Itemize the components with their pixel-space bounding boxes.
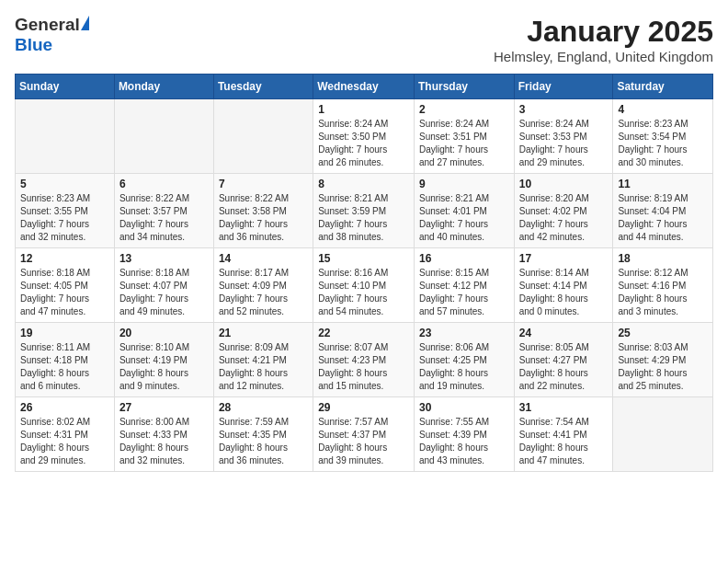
day-number: 12 [20, 252, 109, 265]
day-info: Sunrise: 8:22 AM Sunset: 3:57 PM Dayligh… [119, 192, 209, 244]
title-block: January 2025 Helmsley, England, United K… [494, 15, 713, 64]
calendar-week-row: 1Sunrise: 8:24 AM Sunset: 3:50 PM Daylig… [16, 99, 713, 174]
day-info: Sunrise: 8:23 AM Sunset: 3:55 PM Dayligh… [20, 192, 109, 244]
logo-blue: Blue [15, 35, 52, 55]
calendar-cell: 26Sunrise: 8:02 AM Sunset: 4:31 PM Dayli… [16, 397, 115, 472]
calendar-cell: 14Sunrise: 8:17 AM Sunset: 4:09 PM Dayli… [213, 248, 313, 323]
day-info: Sunrise: 7:57 AM Sunset: 4:37 PM Dayligh… [318, 416, 409, 467]
day-number: 16 [419, 252, 509, 265]
calendar-week-row: 19Sunrise: 8:11 AM Sunset: 4:18 PM Dayli… [16, 323, 713, 397]
day-number: 11 [618, 178, 708, 190]
calendar-weekday-wednesday: Wednesday [313, 75, 415, 99]
day-number: 8 [318, 178, 409, 190]
day-number: 30 [419, 401, 509, 414]
day-number: 28 [219, 401, 308, 414]
calendar-cell [613, 397, 713, 472]
logo-icon [81, 16, 89, 30]
calendar-cell: 3Sunrise: 8:24 AM Sunset: 3:53 PM Daylig… [514, 99, 613, 174]
calendar-week-row: 5Sunrise: 8:23 AM Sunset: 3:55 PM Daylig… [16, 174, 713, 248]
calendar-cell: 19Sunrise: 8:11 AM Sunset: 4:18 PM Dayli… [16, 323, 115, 397]
day-number: 9 [419, 178, 509, 190]
calendar-cell: 31Sunrise: 7:54 AM Sunset: 4:41 PM Dayli… [514, 397, 613, 472]
day-info: Sunrise: 8:03 AM Sunset: 4:29 PM Dayligh… [618, 341, 708, 393]
calendar-table: SundayMondayTuesdayWednesdayThursdayFrid… [15, 74, 713, 472]
calendar-cell [114, 99, 213, 174]
day-number: 10 [519, 178, 609, 190]
day-number: 13 [119, 252, 209, 265]
day-info: Sunrise: 8:16 AM Sunset: 4:10 PM Dayligh… [318, 267, 409, 318]
calendar-weekday-monday: Monday [114, 75, 213, 99]
calendar-cell: 30Sunrise: 7:55 AM Sunset: 4:39 PM Dayli… [414, 397, 514, 472]
calendar-cell: 1Sunrise: 8:24 AM Sunset: 3:50 PM Daylig… [313, 99, 415, 174]
day-info: Sunrise: 8:11 AM Sunset: 4:18 PM Dayligh… [20, 341, 109, 393]
day-number: 15 [318, 252, 409, 265]
calendar-cell: 20Sunrise: 8:10 AM Sunset: 4:19 PM Dayli… [114, 323, 213, 397]
day-info: Sunrise: 8:07 AM Sunset: 4:23 PM Dayligh… [318, 341, 409, 393]
calendar-cell: 2Sunrise: 8:24 AM Sunset: 3:51 PM Daylig… [414, 99, 514, 174]
day-number: 29 [318, 401, 409, 414]
calendar-cell: 24Sunrise: 8:05 AM Sunset: 4:27 PM Dayli… [514, 323, 613, 397]
calendar-cell: 5Sunrise: 8:23 AM Sunset: 3:55 PM Daylig… [16, 174, 115, 248]
day-info: Sunrise: 8:24 AM Sunset: 3:51 PM Dayligh… [419, 118, 509, 169]
day-number: 3 [519, 103, 609, 116]
calendar-cell [16, 99, 115, 174]
day-info: Sunrise: 8:17 AM Sunset: 4:09 PM Dayligh… [219, 267, 308, 318]
calendar-cell: 6Sunrise: 8:22 AM Sunset: 3:57 PM Daylig… [114, 174, 213, 248]
calendar-cell: 11Sunrise: 8:19 AM Sunset: 4:04 PM Dayli… [613, 174, 713, 248]
day-number: 23 [419, 327, 509, 339]
calendar-weekday-saturday: Saturday [613, 75, 713, 99]
calendar-header-row: SundayMondayTuesdayWednesdayThursdayFrid… [16, 75, 713, 99]
calendar-cell: 23Sunrise: 8:06 AM Sunset: 4:25 PM Dayli… [414, 323, 514, 397]
day-info: Sunrise: 8:15 AM Sunset: 4:12 PM Dayligh… [419, 267, 509, 318]
day-info: Sunrise: 8:19 AM Sunset: 4:04 PM Dayligh… [618, 192, 708, 244]
calendar-cell: 13Sunrise: 8:18 AM Sunset: 4:07 PM Dayli… [114, 248, 213, 323]
calendar-weekday-friday: Friday [514, 75, 613, 99]
calendar-cell: 12Sunrise: 8:18 AM Sunset: 4:05 PM Dayli… [16, 248, 115, 323]
day-number: 25 [618, 327, 708, 339]
day-number: 19 [20, 327, 109, 339]
day-info: Sunrise: 8:14 AM Sunset: 4:14 PM Dayligh… [519, 267, 609, 318]
day-number: 5 [20, 178, 109, 190]
page-header: General Blue January 2025 Helmsley, Engl… [15, 15, 713, 64]
day-number: 6 [119, 178, 209, 190]
calendar-cell: 15Sunrise: 8:16 AM Sunset: 4:10 PM Dayli… [313, 248, 415, 323]
calendar-week-row: 26Sunrise: 8:02 AM Sunset: 4:31 PM Dayli… [16, 397, 713, 472]
day-info: Sunrise: 8:23 AM Sunset: 3:54 PM Dayligh… [618, 118, 708, 169]
calendar-cell: 8Sunrise: 8:21 AM Sunset: 3:59 PM Daylig… [313, 174, 415, 248]
day-info: Sunrise: 8:20 AM Sunset: 4:02 PM Dayligh… [519, 192, 609, 244]
day-info: Sunrise: 8:02 AM Sunset: 4:31 PM Dayligh… [20, 416, 109, 467]
day-number: 7 [219, 178, 308, 190]
calendar-cell: 22Sunrise: 8:07 AM Sunset: 4:23 PM Dayli… [313, 323, 415, 397]
day-info: Sunrise: 8:12 AM Sunset: 4:16 PM Dayligh… [618, 267, 708, 318]
day-info: Sunrise: 8:00 AM Sunset: 4:33 PM Dayligh… [119, 416, 209, 467]
calendar-cell: 28Sunrise: 7:59 AM Sunset: 4:35 PM Dayli… [213, 397, 313, 472]
month-title: January 2025 [494, 15, 713, 49]
day-number: 21 [219, 327, 308, 339]
day-info: Sunrise: 8:24 AM Sunset: 3:50 PM Dayligh… [318, 118, 409, 169]
calendar-cell [213, 99, 313, 174]
calendar-cell: 16Sunrise: 8:15 AM Sunset: 4:12 PM Dayli… [414, 248, 514, 323]
calendar-cell: 10Sunrise: 8:20 AM Sunset: 4:02 PM Dayli… [514, 174, 613, 248]
day-info: Sunrise: 8:06 AM Sunset: 4:25 PM Dayligh… [419, 341, 509, 393]
day-number: 27 [119, 401, 209, 414]
day-number: 14 [219, 252, 308, 265]
day-info: Sunrise: 8:22 AM Sunset: 3:58 PM Dayligh… [219, 192, 308, 244]
day-number: 26 [20, 401, 109, 414]
day-number: 31 [519, 401, 609, 414]
calendar-weekday-tuesday: Tuesday [213, 75, 313, 99]
day-number: 24 [519, 327, 609, 339]
calendar-cell: 7Sunrise: 8:22 AM Sunset: 3:58 PM Daylig… [213, 174, 313, 248]
day-number: 22 [318, 327, 409, 339]
calendar-week-row: 12Sunrise: 8:18 AM Sunset: 4:05 PM Dayli… [16, 248, 713, 323]
calendar-cell: 18Sunrise: 8:12 AM Sunset: 4:16 PM Dayli… [613, 248, 713, 323]
logo: General Blue [15, 15, 89, 55]
day-info: Sunrise: 7:54 AM Sunset: 4:41 PM Dayligh… [519, 416, 609, 467]
day-number: 17 [519, 252, 609, 265]
calendar-cell: 25Sunrise: 8:03 AM Sunset: 4:29 PM Dayli… [613, 323, 713, 397]
calendar-weekday-thursday: Thursday [414, 75, 514, 99]
day-number: 4 [618, 103, 708, 116]
day-info: Sunrise: 8:18 AM Sunset: 4:07 PM Dayligh… [119, 267, 209, 318]
calendar-weekday-sunday: Sunday [16, 75, 115, 99]
calendar-cell: 29Sunrise: 7:57 AM Sunset: 4:37 PM Dayli… [313, 397, 415, 472]
day-info: Sunrise: 8:18 AM Sunset: 4:05 PM Dayligh… [20, 267, 109, 318]
